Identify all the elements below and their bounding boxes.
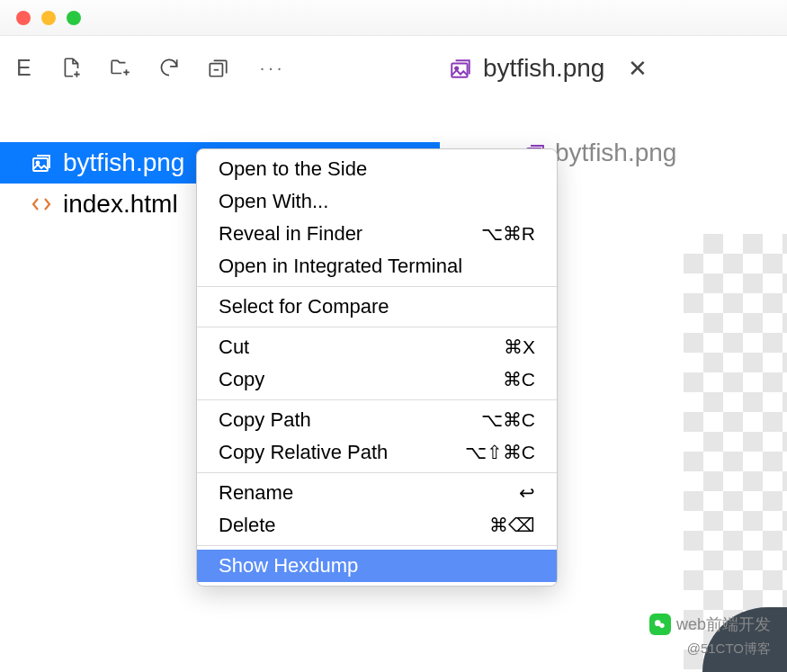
tab-label: bytfish.png	[483, 54, 604, 83]
menu-item-shortcut: ⌥⇧⌘C	[465, 442, 535, 463]
svg-rect-1	[33, 158, 48, 171]
titlebar	[0, 0, 787, 36]
menu-item-shortcut: ↩	[519, 482, 535, 504]
menu-item-open-in-integrated-terminal[interactable]: Open in Integrated Terminal	[197, 250, 557, 282]
tab-row: bytfish.png ✕	[440, 36, 787, 99]
menu-item-cut[interactable]: Cut⌘X	[197, 331, 557, 363]
explorer-letter: E	[16, 55, 37, 81]
context-menu: Open to the SideOpen With...Reveal in Fi…	[196, 148, 558, 587]
image-file-icon	[449, 57, 472, 80]
menu-item-label: Open With...	[219, 190, 328, 213]
menu-item-label: Select for Compare	[219, 295, 389, 318]
menu-item-label: Rename	[219, 481, 293, 505]
new-folder-icon[interactable]	[107, 54, 134, 81]
collapse-all-icon[interactable]	[204, 54, 231, 81]
close-tab-icon[interactable]: ✕	[628, 55, 648, 83]
menu-item-rename[interactable]: Rename↩	[197, 477, 557, 509]
wechat-icon	[649, 614, 671, 635]
file-name-label: index.html	[63, 190, 178, 219]
menu-item-label: Cut	[219, 336, 249, 359]
menu-item-label: Open to the Side	[219, 157, 367, 181]
menu-item-label: Reveal in Finder	[219, 222, 362, 246]
menu-item-copy-relative-path[interactable]: Copy Relative Path⌥⇧⌘C	[197, 436, 557, 469]
watermark-sub: @51CTO博客	[687, 641, 771, 658]
watermark: web前端开发 @51CTO博客	[649, 614, 771, 658]
menu-item-label: Open in Integrated Terminal	[219, 255, 462, 278]
menu-item-open-with[interactable]: Open With...	[197, 185, 557, 218]
image-file-icon	[31, 152, 52, 174]
menu-item-shortcut: ⌥⌘R	[481, 223, 535, 245]
menu-item-shortcut: ⌘⌫	[489, 515, 535, 536]
menu-item-shortcut: ⌥⌘C	[481, 409, 535, 431]
image-preview-checker	[684, 234, 787, 672]
menu-item-shortcut: ⌘C	[503, 369, 535, 390]
svg-rect-3	[452, 64, 467, 77]
menu-item-open-to-the-side[interactable]: Open to the Side	[197, 153, 557, 185]
tab-bytfish[interactable]: bytfish.png ✕	[449, 54, 648, 83]
menu-item-label: Delete	[219, 514, 276, 537]
breadcrumb-label: bytfish.png	[555, 139, 676, 167]
menu-item-shortcut: ⌘X	[504, 336, 535, 358]
html-file-icon	[31, 193, 52, 215]
more-actions-icon[interactable]: ···	[260, 58, 286, 78]
explorer-toolbar: E ···	[0, 36, 440, 97]
menu-item-delete[interactable]: Delete⌘⌫	[197, 509, 557, 542]
file-name-label: bytfish.png	[63, 148, 184, 177]
close-window-button[interactable]	[16, 11, 31, 25]
menu-item-reveal-in-finder[interactable]: Reveal in Finder⌥⌘R	[197, 218, 557, 250]
maximize-window-button[interactable]	[67, 11, 81, 25]
svg-point-8	[659, 623, 664, 628]
menu-item-show-hexdump[interactable]: Show Hexdump	[197, 550, 557, 582]
menu-item-label: Show Hexdump	[219, 554, 358, 578]
menu-item-copy-path[interactable]: Copy Path⌥⌘C	[197, 404, 557, 436]
watermark-text: web前端开发	[676, 614, 771, 635]
menu-item-label: Copy Path	[219, 408, 311, 432]
menu-item-copy[interactable]: Copy⌘C	[197, 363, 557, 396]
refresh-icon[interactable]	[156, 54, 183, 81]
new-file-icon[interactable]	[58, 54, 85, 81]
menu-item-label: Copy Relative Path	[219, 441, 388, 464]
minimize-window-button[interactable]	[41, 11, 56, 25]
menu-item-label: Copy	[219, 368, 264, 391]
menu-item-select-for-compare[interactable]: Select for Compare	[197, 291, 557, 323]
